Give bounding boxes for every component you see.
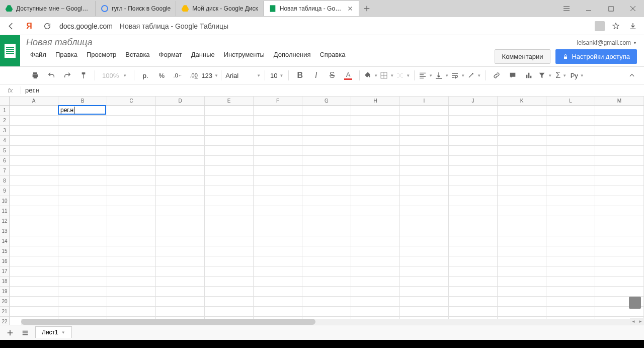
cell[interactable] (498, 256, 546, 266)
cell[interactable] (400, 226, 449, 236)
cell[interactable] (400, 196, 449, 206)
cell[interactable] (302, 266, 351, 277)
cell[interactable] (498, 126, 546, 136)
cell[interactable] (546, 176, 595, 186)
italic-button[interactable]: I (309, 68, 323, 82)
cell[interactable] (58, 277, 107, 287)
menu-view[interactable]: Просмотр (83, 49, 120, 60)
menu-help[interactable]: Справка (315, 49, 349, 60)
cell[interactable] (156, 256, 205, 266)
row-header[interactable]: 9 (0, 186, 10, 196)
cell[interactable] (449, 136, 498, 146)
cell[interactable] (546, 166, 595, 176)
cell[interactable] (351, 126, 400, 136)
cell[interactable] (58, 266, 107, 277)
cell[interactable] (10, 156, 58, 166)
cell[interactable] (58, 126, 107, 136)
cell[interactable] (107, 146, 156, 156)
cell[interactable] (498, 216, 546, 226)
sheets-logo[interactable] (0, 35, 20, 66)
scroll-right-button[interactable]: ► (637, 318, 644, 325)
cell[interactable] (449, 236, 498, 246)
bookmark-button[interactable] (610, 20, 622, 32)
url-field[interactable]: docs.google.com Новая таблица - Google Т… (59, 22, 589, 30)
cell[interactable] (156, 246, 205, 256)
column-header[interactable]: H (351, 97, 400, 106)
browser-tab-active[interactable]: Новая таблица - Google (264, 1, 359, 16)
cell[interactable] (302, 206, 351, 216)
cell[interactable] (156, 287, 205, 297)
cell[interactable] (449, 156, 498, 166)
comments-button[interactable]: Комментарии (495, 49, 551, 64)
cell[interactable] (10, 277, 58, 287)
column-header[interactable]: J (449, 97, 498, 106)
cell[interactable] (254, 246, 302, 256)
hamburger-button[interactable] (555, 0, 578, 17)
cell[interactable] (107, 206, 156, 216)
cell[interactable] (302, 196, 351, 206)
close-icon[interactable] (347, 5, 354, 12)
cell[interactable] (302, 136, 351, 146)
cell[interactable] (156, 266, 205, 277)
cell[interactable] (546, 146, 595, 156)
font-selector[interactable]: Arial▼ (225, 72, 261, 79)
extension-button[interactable] (595, 21, 605, 31)
cell[interactable] (156, 226, 205, 236)
row-header[interactable]: 21 (0, 307, 10, 317)
cell[interactable] (546, 156, 595, 166)
functions-button[interactable]: Σ▼ (554, 68, 568, 82)
cell[interactable] (595, 186, 644, 196)
cell[interactable] (400, 256, 449, 266)
cell[interactable] (107, 126, 156, 136)
increase-decimal-button[interactable]: .00 (187, 68, 201, 82)
column-header[interactable]: G (302, 97, 351, 106)
cell[interactable] (156, 126, 205, 136)
cell[interactable] (595, 156, 644, 166)
cell[interactable] (254, 176, 302, 186)
cell[interactable] (546, 307, 595, 317)
reload-button[interactable] (41, 20, 53, 32)
cell[interactable] (546, 206, 595, 216)
cell[interactable] (351, 136, 400, 146)
cell[interactable] (254, 116, 302, 126)
cell[interactable] (498, 236, 546, 246)
cell[interactable] (595, 266, 644, 277)
cell[interactable] (254, 226, 302, 236)
cell[interactable] (595, 256, 644, 266)
cell[interactable] (156, 206, 205, 216)
cell[interactable] (107, 226, 156, 236)
zoom-selector[interactable]: 100%▼ (99, 72, 130, 79)
cell[interactable] (546, 287, 595, 297)
row-header[interactable]: 14 (0, 236, 10, 246)
cell[interactable] (156, 136, 205, 146)
cell[interactable] (156, 146, 205, 156)
cell[interactable] (205, 246, 254, 256)
cell[interactable] (449, 146, 498, 156)
row-header[interactable]: 7 (0, 166, 10, 176)
cell[interactable] (10, 246, 58, 256)
text-color-button[interactable]: A (341, 68, 355, 82)
cell[interactable] (351, 236, 400, 246)
cell[interactable] (254, 126, 302, 136)
row-header[interactable]: 5 (0, 146, 10, 156)
cell[interactable] (498, 246, 546, 256)
cell[interactable] (449, 166, 498, 176)
cell[interactable] (156, 186, 205, 196)
download-button[interactable] (627, 20, 639, 32)
cell[interactable] (546, 246, 595, 256)
cell[interactable] (449, 116, 498, 126)
cell[interactable] (10, 186, 58, 196)
browser-tab[interactable]: гугл - Поиск в Google (96, 1, 176, 16)
cell[interactable] (156, 277, 205, 287)
cell[interactable] (58, 136, 107, 146)
cell[interactable] (546, 216, 595, 226)
wrap-button[interactable]: ▼ (451, 68, 465, 82)
cell[interactable] (254, 106, 302, 116)
cell[interactable] (351, 277, 400, 287)
comment-button[interactable] (506, 68, 520, 82)
row-header[interactable]: 22 (0, 317, 10, 325)
cell[interactable] (205, 176, 254, 186)
cell[interactable] (351, 176, 400, 186)
cell[interactable] (10, 216, 58, 226)
new-tab-button[interactable] (359, 1, 374, 16)
